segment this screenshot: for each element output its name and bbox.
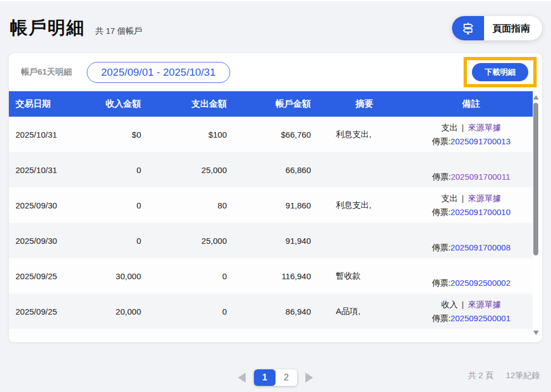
cell-summary: 利息支出,: [319, 129, 409, 140]
cell-note: 支出 | 來源單據 傳票:2025091700013: [409, 121, 533, 148]
cell-summary: 暫收款: [319, 271, 409, 281]
voucher-link[interactable]: 2025091700013: [450, 137, 510, 146]
cell-balance: 66,860: [235, 165, 319, 175]
note-separator: |: [460, 342, 466, 343]
account-detail-card: 帳戶61天明細 2025/09/01 - 2025/10/31 下載明細 交易日…: [9, 53, 542, 342]
voucher-label: 傳票:: [432, 137, 450, 146]
scrollbar-thumb[interactable]: [533, 103, 538, 255]
pagination: 12 共 2 頁 12筆紀錄: [0, 369, 551, 386]
cell-expense: 0: [149, 271, 235, 281]
cell-date: 2025/09/25: [9, 307, 83, 316]
col-header-note: 備註: [409, 98, 533, 110]
page-guide-button[interactable]: 頁面指南: [452, 16, 542, 40]
cell-date: 2025/10/31: [9, 130, 83, 139]
cell-balance: 91,940: [235, 236, 319, 245]
voucher-label: 傳票:: [432, 278, 450, 288]
voucher-label: 傳票:: [432, 207, 450, 217]
table-row: 2025/10/31 $0 $100 $66,760 利息支出, 支出 | 來源…: [9, 117, 533, 152]
cell-note: 支出 | 來源單據 傳票:2025091700010: [409, 191, 533, 219]
voucher-line: 傳票:2025091700013: [409, 134, 533, 148]
table-scrollbar: [532, 94, 540, 336]
source-document-link[interactable]: 來源單據: [468, 194, 501, 203]
previous-page-icon[interactable]: [238, 373, 246, 383]
page-buttons-group: 12: [254, 369, 297, 386]
cell-income: 0: [83, 236, 149, 245]
records-count-label: 12筆紀錄: [506, 370, 540, 381]
scrollbar-up-arrow-icon[interactable]: [533, 95, 539, 100]
cell-note: 收入 | 來源單據 傳票:2025092500001: [409, 297, 533, 325]
voucher-label: 傳票:: [432, 243, 450, 252]
cell-note: | 傳票:2025091700011: [409, 156, 533, 184]
table-row: 2025/10/31 0 25,000 66,860 | 傳票:20250917…: [9, 152, 533, 187]
note-separator: |: [460, 123, 466, 132]
next-page-icon[interactable]: [305, 373, 313, 383]
cell-expense: 0: [149, 307, 235, 316]
page-header: 帳戶明細 共 17 個帳戶 頁面指南: [0, 1, 551, 53]
table-header-row: 交易日期 收入金額 支出金額 帳戶金額 摘要 備註: [9, 91, 533, 117]
tutorial-highlight-box: 下載明細: [464, 57, 537, 87]
pagination-info: 共 2 頁 12筆紀錄: [468, 370, 540, 381]
page-title: 帳戶明細: [10, 16, 85, 40]
voucher-line: 傳票:2025091700011: [409, 170, 533, 184]
cell-income: 0: [83, 165, 149, 175]
cell-balance: 86,940: [235, 307, 319, 316]
voucher-link[interactable]: 2025091700008: [450, 243, 510, 252]
guide-button-label: 頁面指南: [492, 22, 530, 35]
note-source-line: 支出 | 來源單據: [409, 191, 533, 205]
voucher-link[interactable]: 2025092500001: [450, 313, 510, 323]
cell-expense: 25,000: [149, 165, 235, 175]
detail-range-label: 帳戶61天明細: [21, 67, 72, 77]
voucher-line: 傳票:2025092500001: [409, 311, 533, 325]
cell-date: 2025/09/30: [9, 236, 83, 245]
source-document-link[interactable]: 來源單據: [468, 342, 501, 343]
note-separator: |: [460, 194, 466, 203]
voucher-line: 傳票:2025091700010: [409, 205, 533, 219]
table-row: 2025/09/30 0 80 91,860 利息支出, 支出 | 來源單據 傳…: [9, 187, 533, 223]
note-type-label: 支出: [441, 194, 458, 203]
table-row: 2025/09/25 20,000 0 86,940 A品項, 收入 | 來源單…: [9, 294, 533, 329]
cell-note: | 傳票:2025092500002: [409, 262, 533, 290]
col-header-summary: 摘要: [319, 98, 409, 110]
col-header-expense: 支出金額: [149, 98, 235, 110]
cell-income: $0: [83, 130, 149, 139]
note-type-label: 支出: [441, 342, 458, 343]
note-source-line: 收入 | 來源單據: [409, 297, 533, 311]
source-document-link[interactable]: 來源單據: [468, 300, 501, 309]
cell-balance: 91,860: [235, 201, 319, 210]
note-type-label: 收入: [441, 300, 458, 309]
cell-note: | 傳票:2025091700008: [409, 227, 533, 254]
guide-icon-background: [452, 16, 484, 40]
note-separator: |: [460, 300, 466, 309]
table-row: 2025/09/25 30,000 0 116,940 暫收款 | 傳票:202…: [9, 258, 533, 294]
date-range-picker[interactable]: 2025/09/01 - 2025/10/31: [87, 62, 230, 83]
cell-date: 2025/10/31: [9, 165, 83, 175]
voucher-label: 傳票:: [432, 313, 450, 323]
cell-note: 支出 | 來源單據: [409, 340, 533, 343]
download-detail-button[interactable]: 下載明細: [472, 63, 528, 81]
page-button-1[interactable]: 1: [254, 369, 276, 386]
scrollbar-down-arrow-icon[interactable]: [533, 331, 539, 335]
table-row: 2025/09/30 0 25,000 91,940 | 傳票:20250917…: [9, 223, 533, 258]
col-header-income: 收入金額: [83, 98, 149, 110]
cell-expense: $100: [149, 130, 235, 139]
cell-income: 30,000: [83, 271, 149, 281]
voucher-link[interactable]: 2025091700011: [451, 172, 510, 181]
table-body: 2025/10/31 $0 $100 $66,760 利息支出, 支出 | 來源…: [9, 117, 542, 342]
transactions-table: 交易日期 收入金額 支出金額 帳戶金額 摘要 備註 2025/10/31 $0 …: [9, 91, 542, 342]
cell-income: 0: [83, 201, 149, 210]
note-source-line: 支出 | 來源單據: [409, 340, 533, 343]
voucher-label: 傳票:: [432, 172, 451, 181]
cell-expense: 25,000: [149, 236, 235, 245]
note-source-line: 支出 | 來源單據: [409, 121, 533, 134]
source-document-link[interactable]: 來源單據: [468, 123, 501, 132]
voucher-line: 傳票:2025092500002: [409, 276, 533, 290]
page-button-2[interactable]: 2: [276, 369, 297, 386]
voucher-link[interactable]: 2025091700010: [450, 207, 510, 217]
cell-balance: $66,760: [235, 130, 319, 139]
voucher-link[interactable]: 2025092500002: [450, 278, 510, 288]
cell-expense: 80: [149, 201, 235, 210]
total-pages-label: 共 2 頁: [468, 370, 494, 381]
voucher-line: 傳票:2025091700008: [409, 241, 533, 254]
account-count: 共 17 個帳戶: [95, 26, 142, 36]
cell-summary: A品項,: [319, 306, 409, 317]
